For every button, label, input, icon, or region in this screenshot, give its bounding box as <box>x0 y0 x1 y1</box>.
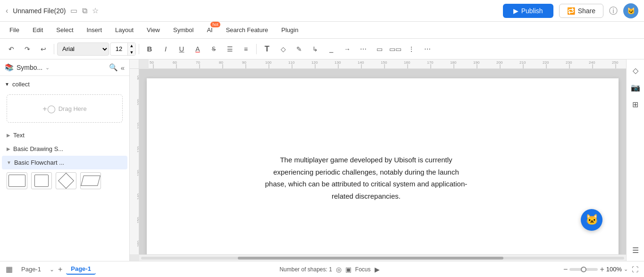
zoom-out-button[interactable]: − <box>563 265 568 274</box>
left-sidebar: 📚 Symbo... ⌄ 🔍 « ▼ collect +◯ Drag Here … <box>0 59 130 261</box>
pen-tool-button[interactable]: ✎ <box>292 42 307 57</box>
text-tool-button[interactable]: T <box>259 42 275 57</box>
align-button[interactable]: ☰ <box>222 42 237 57</box>
shape-rect2[interactable] <box>31 172 52 189</box>
font-size-down[interactable]: ▼ <box>128 49 135 56</box>
undo-history-button[interactable]: ↩ <box>36 42 51 57</box>
undo-button[interactable]: ↶ <box>4 42 19 57</box>
shape-rect[interactable] <box>7 172 27 189</box>
back-button[interactable]: ‹ <box>6 7 8 15</box>
separator-2 <box>139 44 139 54</box>
align-distribute-button[interactable]: ⋮ <box>404 42 419 57</box>
menu-view[interactable]: View <box>141 25 166 35</box>
list-button[interactable]: ≡ <box>238 42 253 57</box>
shapes-row <box>0 169 129 192</box>
file-title: Unnamed File(20) <box>13 7 66 15</box>
font-color-button[interactable]: A <box>190 42 205 57</box>
sidebar-controls: 🔍 « <box>109 63 125 72</box>
duplicate-button[interactable]: ▭ <box>372 42 387 57</box>
share-link-icon[interactable]: ⧉ <box>82 7 87 15</box>
menu-symbol[interactable]: Symbol <box>167 25 199 35</box>
menu-ai[interactable]: AI hot <box>201 25 218 35</box>
panels-icon[interactable]: ▭ <box>70 6 77 15</box>
add-page-button[interactable]: + <box>58 265 62 274</box>
menu-plugin[interactable]: Plugin <box>276 25 304 35</box>
page-tab-active[interactable]: Page-1 <box>66 264 96 275</box>
canvas-text-block[interactable]: The multiplayer game developed by Ubisof… <box>265 154 468 202</box>
font-size-container: ▲ ▼ <box>110 42 136 56</box>
menu-file[interactable]: File <box>4 25 25 35</box>
italic-button[interactable]: I <box>158 42 173 57</box>
svg-text:160: 160 <box>404 60 410 65</box>
title-bar-right: ▶ Publish 🔁 Share ⓘ 🐱 <box>503 3 638 18</box>
dash-style-button[interactable]: ⋯ <box>356 42 371 57</box>
font-family-select[interactable]: Arial Times New Roman Helvetica <box>57 42 109 56</box>
star-icon[interactable]: ☆ <box>92 6 99 15</box>
share-button[interactable]: 🔁 Share <box>559 4 603 18</box>
sidebar-collapse-button[interactable]: « <box>121 63 125 72</box>
menu-insert[interactable]: Insert <box>81 25 108 35</box>
zoom-dropdown-button[interactable]: ⌄ <box>624 266 628 272</box>
right-tool-grid[interactable]: ⊞ <box>628 97 643 111</box>
separator-3 <box>256 44 257 54</box>
right-tool-image[interactable]: 📷 <box>628 80 643 94</box>
svg-text:60: 60 <box>173 60 177 65</box>
collect-section: ▼ collect +◯ Drag Here <box>0 76 129 128</box>
redo-button[interactable]: ↷ <box>20 42 35 57</box>
flip-button[interactable]: ▭▭ <box>388 42 403 57</box>
shape-fill-button[interactable]: ◇ <box>276 42 291 57</box>
connector-tool-button[interactable]: ↳ <box>308 42 323 57</box>
right-tool-list[interactable]: ☰ <box>628 243 643 257</box>
canvas-area[interactable]: The multiplayer game developed by Ubisof… <box>139 69 626 254</box>
zoom-in-button[interactable]: + <box>600 265 604 274</box>
right-tool-diamond[interactable]: ◇ <box>628 63 643 77</box>
collect-chevron-icon: ▼ <box>5 82 9 87</box>
play-icon[interactable]: ▶ <box>375 266 380 273</box>
underline-button[interactable]: U <box>174 42 189 57</box>
sidebar-item-basic-drawing[interactable]: ▶ Basic Drawing S... <box>2 142 127 156</box>
font-size-up[interactable]: ▲ <box>128 42 135 49</box>
layer-icon[interactable]: ◎ <box>336 266 342 273</box>
h-scrollbar[interactable] <box>139 254 626 261</box>
arrow-style-button[interactable]: → <box>340 42 355 57</box>
shape-parallelogram[interactable] <box>80 172 101 189</box>
svg-text:240: 240 <box>589 60 595 65</box>
zoom-slider-thumb[interactable] <box>581 267 586 272</box>
separator-1 <box>54 44 54 54</box>
collect-header[interactable]: ▼ collect <box>0 78 129 91</box>
zoom-slider-track[interactable] <box>569 268 598 271</box>
page-tab-chevron[interactable]: ⌄ <box>50 266 54 273</box>
status-center: Number of shapes: 1 ◎ ▣ Focus ▶ <box>279 266 379 273</box>
more-button[interactable]: ⋯ <box>420 42 435 57</box>
menu-layout[interactable]: Layout <box>109 25 139 35</box>
strikethrough-button[interactable]: S̶ <box>206 42 221 57</box>
svg-text:80: 80 <box>219 60 223 65</box>
ai-badge: hot <box>210 22 220 27</box>
help-icon[interactable]: ⓘ <box>609 5 618 17</box>
focus-icon[interactable]: ▣ <box>345 266 351 273</box>
line-style-button[interactable]: ⎯ <box>324 42 339 57</box>
font-size-input[interactable] <box>110 45 127 52</box>
ai-assistant-bubble[interactable]: 🐱 <box>581 209 602 231</box>
publish-button[interactable]: ▶ Publish <box>503 4 553 18</box>
sidebar-item-text[interactable]: ▶ Text <box>2 128 127 142</box>
menu-search-feature[interactable]: Search Feature <box>220 25 274 35</box>
h-scrollbar-thumb[interactable] <box>238 257 503 260</box>
shape-diamond[interactable] <box>56 172 76 189</box>
svg-text:150: 150 <box>381 60 387 65</box>
bold-button[interactable]: B <box>142 42 157 57</box>
sidebar-search-button[interactable]: 🔍 <box>109 63 118 72</box>
drag-area[interactable]: +◯ Drag Here <box>7 94 123 123</box>
share-label: Share <box>578 7 595 15</box>
user-avatar[interactable]: 🐱 <box>623 3 638 18</box>
menu-edit[interactable]: Edit <box>27 25 49 35</box>
sidebar-item-basic-flowchart[interactable]: ▼ Basic Flowchart ... <box>2 156 127 169</box>
menu-select[interactable]: Select <box>50 25 79 35</box>
page-view-icon[interactable]: ▦ <box>6 265 13 274</box>
sidebar-title-area[interactable]: 📚 Symbo... ⌄ <box>5 63 50 72</box>
fullscreen-button[interactable]: ⛶ <box>632 266 638 273</box>
drag-plus-icon: +◯ <box>42 104 55 113</box>
basic-drawing-chevron-icon: ▶ <box>7 146 10 151</box>
page-tab-inactive[interactable]: Page-1 <box>17 264 46 274</box>
menu-bar: File Edit Select Insert Layout View Symb… <box>0 22 644 39</box>
